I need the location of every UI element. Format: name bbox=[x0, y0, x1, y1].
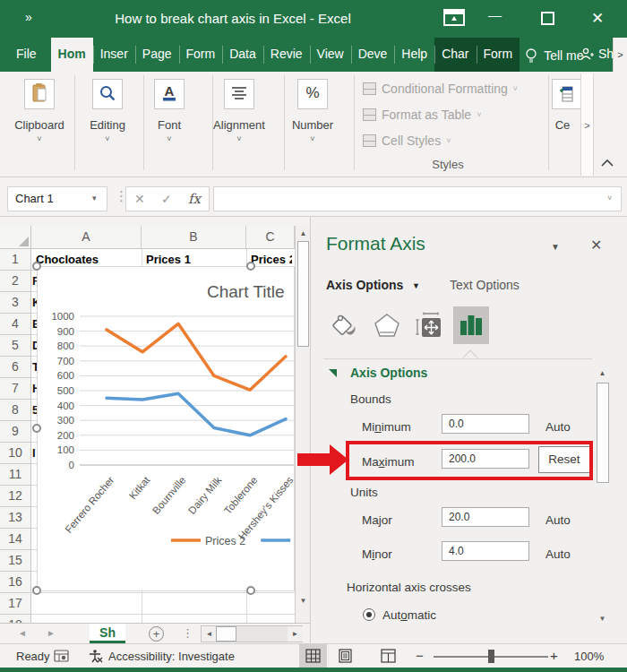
alignment-group-chevron-icon[interactable]: ˅ bbox=[230, 134, 248, 143]
insert-function-icon[interactable]: fx bbox=[188, 191, 201, 207]
row-header-10[interactable]: 10 bbox=[0, 443, 31, 464]
clipboard-group-chevron-icon[interactable]: ˅ bbox=[30, 134, 48, 143]
alignment-group-button[interactable] bbox=[224, 79, 254, 109]
row-header-17[interactable]: 17 bbox=[0, 593, 31, 615]
row-header-4[interactable]: 4 bbox=[0, 314, 31, 335]
cell-c1[interactable]: Prices 2 bbox=[251, 253, 292, 266]
active-sheet-tab[interactable]: Sh bbox=[90, 624, 125, 643]
scroll-up-icon[interactable]: ▲ bbox=[296, 226, 310, 241]
axis-options-chevron-icon[interactable]: ▼ bbox=[412, 281, 420, 290]
tab-text-options[interactable]: Text Options bbox=[450, 278, 520, 292]
axis-options-icon-button[interactable] bbox=[453, 306, 489, 344]
column-header-a[interactable]: A bbox=[31, 226, 142, 249]
row-header-13[interactable]: 13 bbox=[0, 507, 31, 529]
row-header-8[interactable]: 8 bbox=[0, 400, 31, 421]
row-header-3[interactable]: 3 bbox=[0, 292, 31, 314]
ribbon-display-options-icon[interactable] bbox=[443, 9, 465, 26]
new-sheet-button[interactable]: + bbox=[149, 626, 164, 642]
scroll-left-icon[interactable]: ◄ bbox=[202, 626, 217, 642]
section-collapse-icon[interactable] bbox=[329, 369, 337, 377]
number-group-chevron-icon[interactable]: ˅ bbox=[304, 134, 322, 143]
tabstrip-grip-icon[interactable]: ⋮ bbox=[182, 626, 193, 640]
ribbon-tab-hom[interactable]: Hom bbox=[51, 38, 93, 72]
maximize-button[interactable] bbox=[541, 12, 554, 25]
quick-access-collapse-icon[interactable]: » bbox=[25, 10, 30, 24]
cell-a1[interactable]: Chocloates bbox=[36, 253, 139, 266]
row-header-9[interactable]: 9 bbox=[0, 421, 31, 443]
row-header-7[interactable]: 7 bbox=[0, 378, 31, 400]
sheet-nav-right-icon[interactable]: ► bbox=[47, 628, 56, 638]
chart-handle-bottom-left[interactable] bbox=[32, 586, 41, 595]
ribbon-tab-inser[interactable]: Inser bbox=[93, 38, 135, 72]
vertical-scroll-thumb[interactable] bbox=[297, 241, 309, 347]
major-input[interactable]: 20.0 bbox=[442, 507, 529, 527]
editing-group-button[interactable] bbox=[92, 79, 123, 109]
zoom-in-icon[interactable]: + bbox=[550, 648, 558, 663]
ribbon-tab-data[interactable]: Data bbox=[222, 38, 263, 72]
accessibility-icon[interactable] bbox=[88, 648, 104, 667]
row-header-1[interactable]: 1 bbox=[0, 249, 31, 271]
ribbon-scroll-strip[interactable]: > bbox=[580, 73, 594, 176]
view-page-layout-button[interactable] bbox=[331, 644, 359, 668]
formula-bar-input[interactable] bbox=[213, 186, 622, 211]
pane-close-icon[interactable]: ✕ bbox=[590, 237, 602, 254]
tab-scroll-right-icon[interactable]: > bbox=[613, 38, 627, 72]
ribbon-tab-page[interactable]: Page bbox=[135, 38, 179, 72]
name-box-chevron-icon[interactable]: ▾ bbox=[92, 194, 97, 202]
zoom-level[interactable]: 100% bbox=[574, 650, 604, 663]
pane-options-chevron-icon[interactable]: ▼ bbox=[551, 242, 560, 252]
styles-item-conditional-formatting[interactable]: Conditional Formatting˅ bbox=[363, 79, 518, 99]
chart-handle-bottom-mid[interactable] bbox=[246, 586, 255, 595]
tell-me-button[interactable]: Tell me bbox=[525, 38, 583, 72]
ribbon-tab-view[interactable]: View bbox=[310, 38, 351, 72]
zoom-out-icon[interactable]: − bbox=[416, 648, 424, 663]
chart-handle-top-mid[interactable] bbox=[246, 262, 255, 271]
automatic-radio[interactable] bbox=[363, 608, 375, 621]
chart-handle-mid-left[interactable] bbox=[32, 424, 41, 433]
fill-line-button[interactable] bbox=[327, 306, 363, 344]
row-header-2[interactable]: 2 bbox=[0, 271, 31, 292]
font-group-chevron-icon[interactable]: ˅ bbox=[160, 134, 178, 143]
chart-handle-top-left[interactable] bbox=[32, 262, 41, 271]
row-header-18[interactable]: 18 bbox=[0, 615, 31, 623]
pane-scroll-thumb[interactable] bbox=[597, 383, 609, 483]
macro-record-icon[interactable] bbox=[54, 649, 69, 666]
cancel-icon[interactable]: ✕ bbox=[134, 192, 145, 206]
editing-group-chevron-icon[interactable]: ˅ bbox=[99, 134, 116, 143]
select-all-corner[interactable] bbox=[0, 226, 31, 249]
row-header-11[interactable]: 11 bbox=[0, 464, 31, 486]
column-header-c[interactable]: C bbox=[246, 226, 295, 249]
row-header-6[interactable]: 6 bbox=[0, 357, 31, 378]
major-auto-button[interactable]: Auto bbox=[545, 513, 571, 527]
formula-bar-expand-icon[interactable]: ˅ bbox=[607, 194, 612, 202]
sheet-horizontal-scrollbar[interactable]: ◄ ► bbox=[201, 625, 303, 642]
row-header-16[interactable]: 16 bbox=[0, 572, 31, 593]
cells-group-button[interactable] bbox=[552, 79, 582, 109]
ribbon-tab-file[interactable]: File bbox=[0, 38, 51, 72]
horizontal-scroll-thumb[interactable] bbox=[216, 626, 236, 642]
ribbon-tab-form[interactable]: Form bbox=[179, 38, 223, 72]
ribbon-tab-form[interactable]: Form bbox=[477, 38, 520, 72]
minor-auto-button[interactable]: Auto bbox=[545, 547, 571, 561]
ribbon-tab-revie[interactable]: Revie bbox=[263, 38, 310, 72]
sheet-vertical-scrollbar[interactable]: ▲ ▼ bbox=[295, 226, 310, 623]
enter-icon[interactable]: ✓ bbox=[161, 192, 172, 206]
styles-item-cell-styles[interactable]: Cell Styles˅ bbox=[363, 131, 451, 151]
ribbon-tab-help[interactable]: Help bbox=[394, 38, 434, 72]
effects-button[interactable] bbox=[369, 306, 405, 344]
view-normal-button[interactable] bbox=[299, 644, 327, 668]
minimum-auto-button[interactable]: Auto bbox=[545, 420, 571, 434]
zoom-slider-thumb[interactable] bbox=[488, 650, 494, 663]
font-group-button[interactable]: A bbox=[154, 79, 185, 109]
row-header-12[interactable]: 12 bbox=[0, 486, 31, 507]
scroll-right-icon[interactable]: ► bbox=[288, 626, 303, 642]
automatic-label[interactable]: Automatic bbox=[382, 608, 436, 622]
pane-scroll-down-icon[interactable]: ▼ bbox=[595, 611, 610, 626]
chart-object[interactable]: 01002003004005006007008009001000Ferrero … bbox=[37, 266, 295, 591]
number-group-button[interactable]: % bbox=[297, 79, 328, 109]
row-header-14[interactable]: 14 bbox=[0, 529, 31, 550]
column-header-b[interactable]: B bbox=[142, 226, 246, 249]
sheet-nav-left-icon[interactable]: ◄ bbox=[18, 628, 27, 638]
ribbon-tab-deve[interactable]: Deve bbox=[351, 38, 395, 72]
row-header-5[interactable]: 5 bbox=[0, 335, 31, 357]
